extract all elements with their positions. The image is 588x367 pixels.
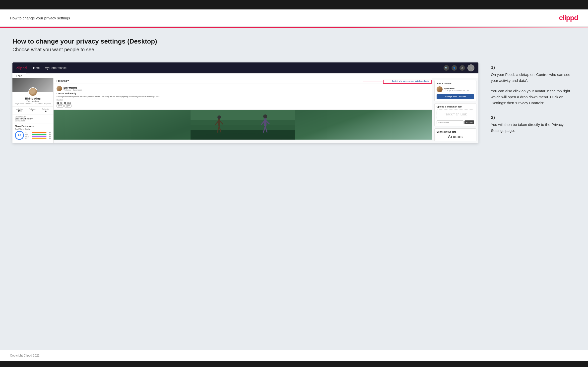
quality-row: 92 OTT 90 APP 85: [15, 131, 51, 140]
activities-stat: Activities 131: [16, 108, 23, 113]
main-content: How to change your privacy settings (Des…: [0, 28, 588, 350]
page-heading: How to change your privacy settings (Des…: [12, 38, 576, 45]
mockup-stats: Activities 131 Followers 3 Following 4: [12, 106, 53, 114]
trackman-input-row: Add Link: [437, 120, 474, 124]
plus-icon[interactable]: ⊕: [459, 65, 465, 71]
trackman-input[interactable]: [437, 120, 463, 124]
coach-name: David Ford: [444, 87, 469, 90]
top-bar: [0, 0, 588, 9]
content-grid: clippd Home My Performance 🔍 👤 ⊕ ▾ Feed: [12, 62, 576, 143]
bottom-bar: [0, 361, 588, 367]
svg-point-11: [263, 114, 267, 118]
trackman-section: Upload a Trackman Test Trackman Link Add…: [434, 103, 476, 126]
mockup-nav: clippd Home My Performance 🔍 👤 ⊕ ▾: [12, 62, 478, 73]
svg-rect-4: [191, 120, 295, 130]
followers-stat: Followers 3: [29, 108, 36, 113]
add-link-button[interactable]: Add Link: [464, 120, 474, 124]
footer: Copyright Clippd 2022: [0, 350, 588, 361]
post-author-info: Blair McHarg Yesterday · Sunningdale: [64, 87, 82, 91]
post-author-avatar: [57, 86, 62, 91]
bar-ott: OTT 90: [25, 131, 51, 133]
tag-ott: OTT: [57, 104, 64, 107]
svg-point-5: [217, 115, 221, 119]
bar-arg: ARG 86: [25, 135, 51, 137]
following-stat: Following 4: [42, 108, 50, 113]
page-subheading: Choose what you want people to see: [12, 47, 576, 52]
avatar-button[interactable]: ▾: [467, 64, 474, 71]
mockup-feed-header: Following ▾ Control who can see your act…: [54, 78, 432, 84]
step-2-text: You will then be taken directly to the P…: [491, 122, 576, 134]
mockup-sidebar: Your Coaches David Ford 📍 Royal North De…: [432, 78, 478, 143]
mockup-nav-home: Home: [32, 66, 40, 70]
control-privacy-link[interactable]: Control who can see your activity and da…: [392, 80, 429, 82]
mockup-feed: Following ▾ Control who can see your act…: [54, 78, 432, 143]
tag-app: APP: [65, 104, 71, 107]
coach-info: David Ford 📍 Royal North Devon Golf Club: [444, 87, 469, 92]
logo: clippd: [559, 14, 578, 22]
post-author-name: Blair McHarg: [64, 87, 82, 89]
quality-score: 92: [15, 131, 24, 140]
mockup-profile-avatar: [28, 87, 37, 96]
post-duration-value: 01 hr : 30 min: [57, 102, 429, 104]
mockup-profile-panel: Blair McHarg Plus Handicap Royal North D…: [12, 78, 54, 143]
mockup-logo: clippd: [16, 66, 27, 70]
profile-name: Blair McHarg: [14, 97, 51, 100]
trackman-link-display: Trackman Link: [437, 109, 474, 119]
post-duration-label: Duration: [57, 99, 429, 101]
following-button[interactable]: Following ▾: [57, 80, 69, 82]
mockup-cover-photo: [12, 78, 53, 92]
mockup-screenshot: clippd Home My Performance 🔍 👤 ⊕ ▾ Feed: [12, 62, 478, 143]
mockup-nav-icons: 🔍 👤 ⊕ ▾: [444, 64, 474, 71]
mockup-player-performance: Player Performance Total Player Quality …: [12, 123, 53, 141]
feed-tab-bar: Feed: [12, 73, 478, 78]
manage-coaches-button[interactable]: Manage Your Coaches: [437, 94, 474, 99]
post-author-meta: Yesterday · Sunningdale: [64, 89, 82, 91]
location-icon: 📍: [444, 90, 446, 92]
post-header: Blair McHarg Yesterday · Sunningdale: [57, 86, 429, 91]
instruction-step-2: 2) You will then be taken directly to th…: [491, 115, 576, 134]
profile-handicap: Plus Handicap: [14, 100, 51, 102]
coach-avatar: [437, 86, 443, 92]
copyright-text: Copyright Clippd 2022: [10, 354, 40, 357]
golf-photo-svg: [54, 110, 432, 140]
step-1-number: 1): [491, 65, 576, 70]
coach-club: 📍 Royal North Devon Golf Club: [444, 90, 469, 92]
search-icon[interactable]: 🔍: [444, 65, 449, 71]
connect-title: Connect your data: [437, 131, 474, 133]
bar-app: APP 85: [25, 133, 51, 135]
mockup-body: Blair McHarg Plus Handicap Royal North D…: [12, 78, 478, 143]
profile-club: Royal North Devon Golf Club, United King…: [14, 103, 51, 105]
header-title: How to change your privacy settings: [10, 16, 70, 20]
coach-row: David Ford 📍 Royal North Devon Golf Club: [437, 86, 474, 92]
bar-putt: PUTT 96: [25, 137, 51, 139]
post-title: Lesson with Fordy: [57, 92, 429, 95]
coaches-title: Your Coaches: [437, 82, 474, 85]
step-1-text-part1: On your Feed, click/tap on 'Control who …: [491, 72, 576, 84]
header: How to change your privacy settings clip…: [0, 9, 588, 27]
connect-section: Connect your data Arccos: [434, 128, 476, 141]
mockup-latest-activity: Latest Activity Lesson with Fordy 03 Aug…: [12, 114, 53, 123]
post-tags: OTT APP: [57, 104, 429, 107]
post-photo: [54, 110, 432, 140]
mockup-post: Blair McHarg Yesterday · Sunningdale Les…: [54, 84, 432, 110]
trackman-title: Upload a Trackman Test: [437, 105, 474, 108]
mockup-nav-performance: My Performance: [45, 66, 66, 70]
instruction-step-1: 1) On your Feed, click/tap on 'Control w…: [491, 65, 576, 106]
user-icon[interactable]: 👤: [452, 65, 457, 71]
instructions-panel: 1) On your Feed, click/tap on 'Control w…: [491, 62, 576, 143]
step-1-text-part2: You can also click on your avatar in the…: [491, 88, 576, 106]
step-2-number: 2): [491, 115, 576, 120]
coaches-section: Your Coaches David Ford 📍 Royal North De…: [434, 80, 476, 101]
post-body: Looking to feel like my hands are exitin…: [57, 96, 429, 98]
performance-bars: OTT 90 APP 85 ARG: [25, 131, 51, 139]
arccos-label: Arccos: [437, 135, 474, 139]
